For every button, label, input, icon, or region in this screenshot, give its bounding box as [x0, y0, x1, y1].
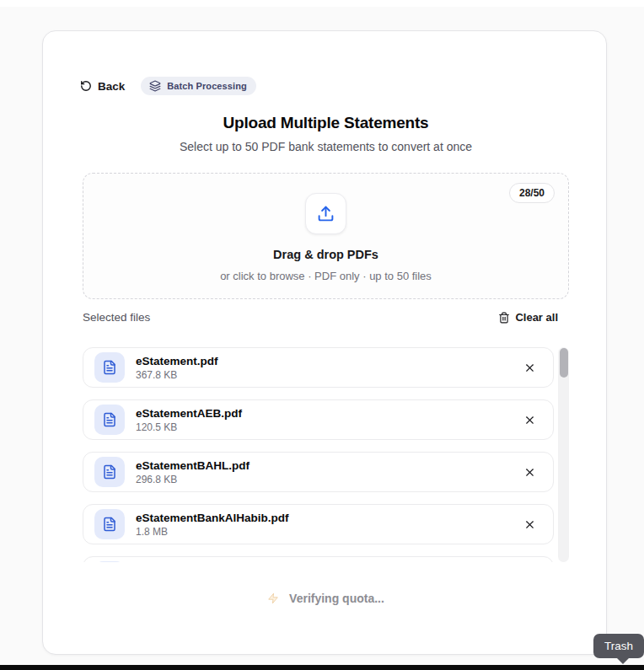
file-meta: eStatement.pdf 367.8 KB — [136, 354, 520, 382]
header-row: Back Batch Processing — [83, 77, 569, 95]
file-name: eStatementAEB.pdf — [136, 406, 520, 421]
scrollbar-thumb[interactable] — [560, 348, 568, 378]
file-text-icon — [102, 517, 117, 532]
dropzone-headline: Drag & drop PDFs — [273, 248, 378, 261]
batch-processing-badge: Batch Processing — [141, 77, 256, 95]
trash-tooltip-label: Trash — [604, 640, 633, 652]
file-name: eStatementBAHL.pdf — [136, 458, 520, 473]
file-count-badge: 28/50 — [509, 183, 555, 203]
tooltip-tail — [616, 657, 630, 664]
page-subtitle: Select up to 50 PDF bank statements to c… — [83, 140, 569, 153]
file-meta: eStatementBankAlHabib.pdf 1.8 MB — [136, 511, 520, 539]
quota-status: Verifying quota... — [83, 592, 569, 605]
top-bar — [0, 0, 644, 7]
file-icon-box — [94, 561, 125, 562]
file-icon-box — [94, 509, 125, 539]
file-row: eStatementAEB.pdf 120.5 KB — [83, 399, 554, 440]
scrollbar[interactable] — [558, 347, 569, 562]
file-icon-box — [94, 405, 125, 435]
file-size: 1.8 MB — [136, 526, 520, 539]
file-size: 120.5 KB — [136, 421, 520, 434]
bottom-bar — [0, 665, 644, 670]
upload-icon-box — [305, 193, 346, 234]
file-meta: eStatementAEB.pdf 120.5 KB — [136, 406, 520, 434]
file-text-icon — [102, 464, 117, 480]
file-size: 296.8 KB — [136, 474, 520, 486]
zap-icon — [267, 592, 279, 604]
x-icon — [523, 414, 536, 426]
file-row: eStatementBankAlHabib.pdf 1.8 MB — [83, 504, 554, 544]
remove-file-button[interactable] — [520, 358, 539, 378]
file-row — [83, 556, 554, 562]
page-title: Upload Multiple Statements — [83, 114, 569, 132]
dropzone[interactable]: 28/50 Drag & drop PDFs or click to brows… — [83, 173, 569, 299]
back-label: Back — [98, 80, 125, 93]
clear-all-button[interactable]: Clear all — [498, 311, 558, 324]
layers-icon — [149, 80, 161, 92]
remove-file-button[interactable] — [520, 515, 539, 534]
badge-label: Batch Processing — [167, 81, 247, 91]
file-text-icon — [102, 412, 117, 427]
file-row: eStatementBAHL.pdf 296.8 KB — [83, 452, 554, 492]
file-text-icon — [102, 360, 117, 375]
x-icon — [523, 466, 536, 479]
back-button[interactable]: Back — [80, 80, 125, 93]
x-icon — [523, 518, 536, 531]
trash-icon — [498, 312, 510, 324]
file-row: eStatement.pdf 367.8 KB — [83, 347, 554, 388]
remove-file-button[interactable] — [520, 410, 539, 430]
dropzone-subtext: or click to browse · PDF only · up to 50… — [220, 270, 432, 282]
file-rows: eStatement.pdf 367.8 KB eStatementAEB.pd… — [83, 347, 554, 562]
file-list: eStatement.pdf 367.8 KB eStatementAEB.pd… — [83, 347, 569, 562]
files-header: Selected files Clear all — [83, 310, 569, 324]
rotate-ccw-icon — [80, 80, 92, 92]
quota-label: Verifying quota... — [289, 592, 384, 605]
file-name: eStatement.pdf — [136, 354, 520, 368]
x-icon — [523, 362, 536, 374]
trash-tooltip: Trash — [593, 634, 644, 658]
file-icon-box — [94, 457, 125, 487]
file-icon-box — [94, 352, 125, 383]
upload-icon — [317, 205, 335, 222]
remove-file-button[interactable] — [520, 463, 539, 482]
file-meta: eStatementBAHL.pdf 296.8 KB — [136, 458, 520, 486]
file-size: 367.8 KB — [136, 369, 520, 382]
file-name: eStatementBankAlHabib.pdf — [136, 511, 520, 525]
upload-card: Back Batch Processing Upload Multiple St… — [42, 30, 607, 655]
selected-files-label: Selected files — [83, 311, 150, 324]
clear-all-label: Clear all — [515, 311, 558, 324]
